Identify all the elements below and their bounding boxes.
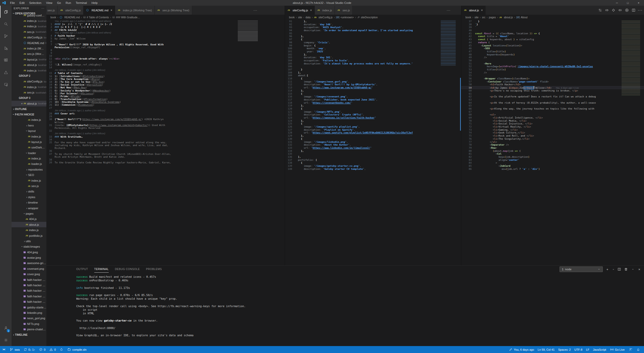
tree-item[interactable]: ›repositories xyxy=(12,167,46,172)
code-area[interactable]: You, 2 weeks ago | 2 authors (Jim Wilcox… xyxy=(46,20,285,164)
code-line[interactable]: 194) [Social Injustice](#Injustice) xyxy=(46,83,285,86)
code-line[interactable]: 13![J. Wilcox][image_ref_ch6ig6oj] xyxy=(46,63,285,66)
code-line[interactable]: 66 <p>Along the way, the journey touches… xyxy=(461,107,644,110)
code-line[interactable]: 227) [For Science!](#Science) xyxy=(46,92,285,95)
breadcrumb-item[interactable]: ### With Gratitude… xyxy=(116,16,140,19)
breadcrumb-item[interactable]: data xyxy=(306,16,310,19)
open-editor-item[interactable]: ×JSabout.jsbook\site\src\pages xyxy=(12,101,46,106)
open-editor-item[interactable]: JSseo.jsbook\site\src\compon… xyxy=(12,90,46,95)
code-line[interactable]: 54 /> xyxy=(461,71,644,74)
menu-view[interactable]: View xyxy=(44,0,55,6)
code-line[interactable]: 121 image: "/images/NFTs.png", xyxy=(285,110,461,113)
code-line[interactable]: 27 xyxy=(46,106,285,109)
code-line[interactable]: 133 url: "https://www.linkedin.com/in/ji… xyxy=(285,146,461,149)
breadcrumb-item[interactable]: site xyxy=(474,16,479,19)
code-line[interactable]: 85 <JobCard xyxy=(461,164,644,167)
breadcrumb-item[interactable]: pages xyxy=(489,16,496,19)
close-tab-icon[interactable]: × xyxy=(111,9,112,12)
tree-item[interactable]: JSindex.js xyxy=(12,117,46,123)
status-person[interactable] xyxy=(626,346,634,353)
code-line[interactable]: 91 }, xyxy=(285,20,461,23)
tree-item[interactable]: neon_gorl.png xyxy=(12,316,46,321)
code-line[interactable]: 10 xyxy=(46,54,285,57)
code-line[interactable]: 52 heroImg={withPrefix('/images/pierre-c… xyxy=(461,65,644,68)
tree-item[interactable]: JS404.js xyxy=(12,216,46,222)
code-line[interactable]: 130 { xyxy=(285,137,461,140)
code-line[interactable]: 116 image: "/images/covenant.png", xyxy=(285,95,461,98)
breadcrumb-item[interactable]: src xyxy=(482,16,485,19)
timeline-header[interactable]: ›TIMELINE xyxy=(12,332,46,338)
code-line[interactable]: 35For the many who have supported and/or… xyxy=(46,141,285,144)
code-line[interactable]: 102 }, xyxy=(285,53,461,56)
code-line[interactable]: 105 description: "It's almost like my pr… xyxy=(285,62,461,65)
code-line[interactable]: 60 <p>There's no escaping this truth: so… xyxy=(461,89,644,92)
minimize-window-button[interactable]: ─ xyxy=(612,0,622,6)
code-line[interactable]: 119 }, xyxy=(285,104,461,107)
tab-seo-js[interactable]: seo.js xyxy=(46,6,58,15)
tree-item[interactable]: JSindex.js xyxy=(12,134,46,139)
tree-item[interactable]: linkedin.png xyxy=(12,310,46,315)
code-line[interactable]: 9 xyxy=(46,52,285,54)
tree-item[interactable]: ›utils xyxy=(12,238,46,244)
code-line[interactable]: 104 occupation: "Failure to Scale", xyxy=(285,59,461,62)
code-line[interactable]: 64 <p>At the risk of heresy (0.0132% pro… xyxy=(461,101,644,104)
code-line[interactable]: 61 xyxy=(461,92,644,95)
tree-item[interactable]: faith hacker complete manu… xyxy=(12,288,46,293)
code-line[interactable]: 71 <li>Social Injustice, </li> xyxy=(461,122,644,125)
code-line[interactable]: 38`} xyxy=(461,23,644,26)
open-editor-item[interactable]: JSindex.jsbook\site\src\pages xyxy=(12,24,46,29)
open-editor-item[interactable]: JSabout.jsbook\site\src\pages xyxy=(12,62,46,68)
tree-item[interactable]: JSuseDarkMode.js xyxy=(12,145,46,150)
code-line[interactable]: 38 xyxy=(46,158,285,161)
tab-overflow-icon[interactable]: ··· xyxy=(447,6,451,15)
code-line[interactable]: 126 image: "/images/spotify playlist.png… xyxy=(285,125,461,128)
code-area[interactable]: 37 }38`}39`4041const About = ({ classNam… xyxy=(461,20,644,170)
tree-item[interactable]: avatar.jpeg xyxy=(12,255,46,260)
tree-item[interactable]: JSindex.js xyxy=(12,227,46,233)
code-line[interactable]: 2510) [Stockholm Syndrome](#Stockholm-Sy… xyxy=(46,100,285,103)
status-go-live[interactable]: Go Live xyxy=(608,346,626,353)
tab-index-js-working-tree-[interactable]: JSindex.js (Working Tree) xyxy=(115,6,155,15)
status-sync[interactable]: 0↓ 1↑ xyxy=(21,346,37,353)
code-line[interactable]: 106 xyxy=(285,65,461,68)
tab-index-js[interactable]: JSindex.js xyxy=(315,6,335,15)
open-editor-item[interactable]: JSsiteConfig.jsbook\site\data xyxy=(12,79,46,84)
tree-item[interactable]: JSloader.js xyxy=(12,161,46,167)
code-line[interactable]: 31(insta: [@Mintytakarts](https://www.in… xyxy=(46,124,285,127)
status-remote-indicator[interactable]: >< xyxy=(0,346,8,353)
code-line[interactable]: 43 const { keywords, about } = siteConfi… xyxy=(461,38,644,41)
code-line[interactable]: 53 title={title} xyxy=(461,68,644,71)
code-line[interactable]: 81 <Col xyxy=(461,152,644,155)
tree-item[interactable]: pierre-chatel-innocenti-W5I… xyxy=(12,326,46,332)
breadcrumb-item[interactable]: <unknown> xyxy=(341,16,354,19)
activity-search[interactable] xyxy=(0,18,12,30)
code-line[interactable]: 118 url: "https://covenantbooks.com/" xyxy=(285,101,461,104)
code-line[interactable]: 73 <li>Gaming, </li> xyxy=(461,128,644,131)
code-line[interactable]: 33### With Gratitude… xyxy=(46,135,285,138)
code-line[interactable]: 74 <li>Geek Culture,</li> xyxy=(461,131,644,134)
code-line[interactable]: Jim Wilcox, 3 weeks ago | 1 author (Jim … xyxy=(46,109,285,112)
code-line[interactable]: Permission, All Rights Reserved. xyxy=(46,127,285,129)
open-editor-item[interactable]: JSseo.js (Working Tree)book\… xyxy=(12,51,46,57)
terminal-output[interactable]: success Build manifest and related icons… xyxy=(46,272,644,337)
sidebar-more-actions-icon[interactable]: ··· xyxy=(41,7,44,10)
breadcrumb[interactable]: book›iREADME.md›abc# Table of Contents›a… xyxy=(46,15,285,20)
minimap[interactable] xyxy=(238,20,258,41)
code-line[interactable]: 12 xyxy=(46,60,285,63)
code-line[interactable]: 14 xyxy=(46,66,285,69)
close-tab-icon[interactable]: × xyxy=(310,9,312,12)
tree-item[interactable]: ›styles xyxy=(12,194,46,200)
code-line[interactable]: 136 ], xyxy=(285,155,461,158)
tree-item[interactable]: JSindex.js xyxy=(12,156,46,161)
code-line[interactable]: Rich and Kristyn Mohrmann, Brett and Kat… xyxy=(46,155,285,158)
breadcrumb-item[interactable]: siteDescription xyxy=(361,16,378,19)
code-line[interactable]: 77 </ul> xyxy=(461,140,644,144)
code-line[interactable]: 29 xyxy=(46,115,285,118)
code-line[interactable]: 139 image: "/images/gatsby-starter-cv.pn… xyxy=(285,164,461,167)
code-line[interactable]: 120 { xyxy=(285,107,461,110)
open-editor-item[interactable]: JSseo.jsbook\site\src\compon… xyxy=(12,29,46,35)
code-line[interactable]: Richard. xyxy=(46,147,285,149)
code-line[interactable]: 80 {about.map(job => ( xyxy=(461,149,644,153)
code-line[interactable]: 76 <li>The Singularity.</li> xyxy=(461,137,644,140)
panel-tab-output[interactable]: OUTPUT xyxy=(76,266,88,273)
